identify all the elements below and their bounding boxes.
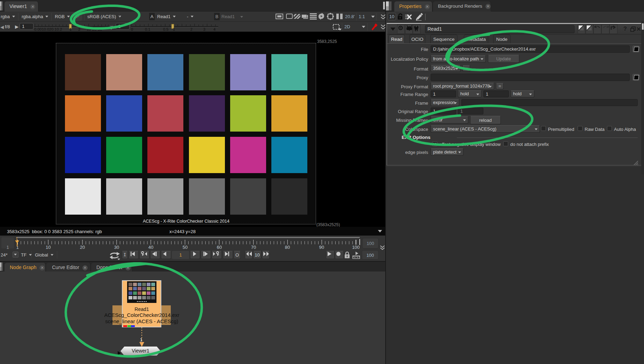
- svg-text:90: 90: [319, 245, 324, 250]
- svg-text:1: 1: [69, 27, 72, 31]
- svg-text:0.5: 0.5: [163, 27, 168, 31]
- svg-text:70: 70: [251, 245, 256, 250]
- svg-text:100: 100: [352, 245, 360, 250]
- svg-text:30: 30: [98, 27, 102, 31]
- svg-text:50: 50: [183, 245, 188, 250]
- svg-text:4: 4: [213, 27, 215, 31]
- svg-text:1: 1: [16, 237, 18, 241]
- svg-text:30: 30: [114, 245, 119, 250]
- svg-text:0.1: 0.1: [145, 27, 150, 31]
- svg-text:2: 2: [78, 27, 80, 31]
- svg-text:3: 3: [203, 27, 205, 31]
- svg-text:0: 0: [131, 27, 133, 31]
- svg-text:1: 1: [6, 245, 9, 250]
- svg-text:60: 60: [217, 245, 222, 250]
- svg-text:1: 1: [173, 27, 175, 31]
- svg-text:0.0010.020.10.2: 0.0010.020.10.2: [34, 27, 62, 31]
- svg-text:1: 1: [140, 337, 142, 342]
- svg-text:10: 10: [87, 27, 91, 31]
- svg-text:80: 80: [285, 245, 290, 250]
- svg-text:40: 40: [148, 245, 153, 250]
- svg-text:20: 20: [80, 245, 85, 250]
- svg-text:10: 10: [46, 245, 51, 250]
- svg-text:2: 2: [190, 27, 192, 31]
- svg-text:20: 20: [92, 27, 96, 31]
